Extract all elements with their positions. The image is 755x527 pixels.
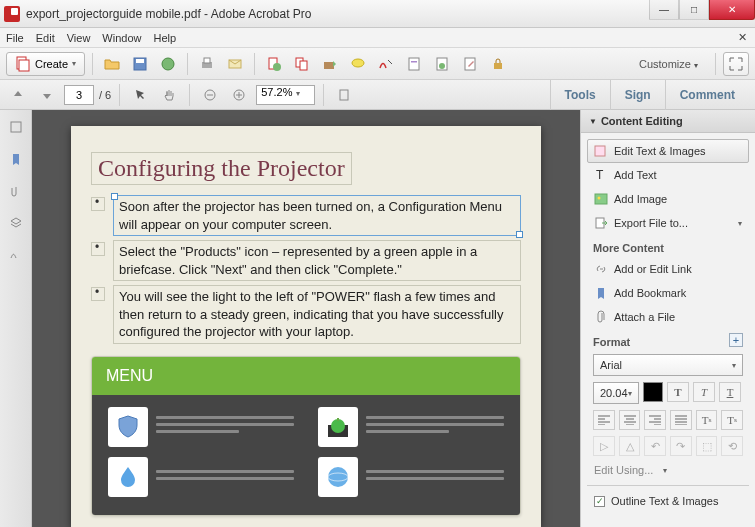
forms-button[interactable] [402, 52, 426, 76]
embedded-menu-image[interactable]: MENU [91, 356, 521, 516]
add-link-button[interactable]: Add or Edit Link [587, 257, 749, 281]
format-expand-button[interactable]: + [729, 333, 743, 347]
bookmarks-icon[interactable] [7, 150, 25, 168]
document-area[interactable]: Configuring the Projector Soon after the… [32, 110, 580, 527]
bookmark-icon [594, 286, 608, 300]
collapse-menu-icon[interactable]: ✕ [736, 31, 749, 44]
window-titlebar: export_projectorguide mobile.pdf - Adobe… [0, 0, 755, 28]
edit-using-button[interactable]: Edit Using...▾ [587, 459, 749, 481]
sign-button[interactable] [374, 52, 398, 76]
font-size-input[interactable]: 20.04▾ [593, 382, 639, 404]
svg-point-27 [328, 467, 348, 487]
flip-v-button[interactable]: △ [619, 436, 641, 456]
select-tool[interactable] [128, 83, 152, 107]
zoom-in-button[interactable] [227, 83, 251, 107]
next-page-button[interactable] [35, 83, 59, 107]
maximize-button[interactable]: □ [679, 0, 709, 20]
email-button[interactable] [223, 52, 247, 76]
expand-icon [728, 56, 744, 72]
menu-file[interactable]: File [6, 32, 24, 44]
align-justify-button[interactable] [670, 410, 692, 430]
combine-icon [294, 56, 310, 72]
attachments-icon[interactable] [7, 182, 25, 200]
underline-button[interactable]: T [719, 382, 741, 402]
panel-header-content-editing[interactable]: ▼Content Editing [581, 110, 755, 133]
tab-comment[interactable]: Comment [665, 80, 749, 110]
thumbnails-icon[interactable] [7, 118, 25, 136]
superscript-button[interactable]: Ts [696, 410, 718, 430]
font-select[interactable]: Arial▾ [593, 354, 743, 376]
close-button[interactable]: ✕ [709, 0, 755, 20]
add-bookmark-button[interactable]: Add Bookmark [587, 281, 749, 305]
rotate-ccw-button[interactable]: ↶ [644, 436, 666, 456]
menu-help[interactable]: Help [153, 32, 176, 44]
create-pdf-button[interactable] [262, 52, 286, 76]
print-button[interactable] [195, 52, 219, 76]
doc-bullet-2[interactable]: Select the "Products" icon – represented… [113, 240, 521, 281]
bold-button[interactable]: T [667, 382, 689, 402]
menu-edit[interactable]: Edit [36, 32, 55, 44]
svg-point-17 [439, 63, 445, 69]
link-icon [594, 262, 608, 276]
customize-button[interactable]: Customize ▾ [629, 58, 708, 70]
svg-rect-22 [340, 90, 348, 100]
shield-icon [108, 407, 148, 447]
zoom-select[interactable]: 57.2%▾ [256, 85, 315, 105]
menu-window[interactable]: Window [102, 32, 141, 44]
share-icon [322, 56, 338, 72]
menu-view[interactable]: View [67, 32, 91, 44]
edit-text-images-button[interactable]: Edit Text & Images [587, 139, 749, 163]
attach-file-button[interactable]: Attach a File [587, 305, 749, 329]
align-center-button[interactable] [619, 410, 641, 430]
page-number-input[interactable] [64, 85, 94, 105]
reading-mode-button[interactable] [723, 52, 749, 76]
tab-tools[interactable]: Tools [550, 80, 610, 110]
export-file-button[interactable]: Export File to... ▾ [587, 211, 749, 235]
bullet-marker[interactable] [91, 197, 105, 211]
signatures-icon[interactable] [7, 246, 25, 264]
outline-checkbox-row[interactable]: ✓ Outline Text & Images [587, 490, 749, 512]
crop-button[interactable]: ⬚ [696, 436, 718, 456]
doc-bullet-1[interactable]: Soon after the projector has been turned… [113, 195, 521, 236]
app-icon [4, 6, 20, 22]
italic-button[interactable]: T [693, 382, 715, 402]
doc-heading[interactable]: Configuring the Projector [91, 152, 352, 185]
fit-page-button[interactable] [332, 83, 356, 107]
main-toolbar: Create ▾ Customize ▾ [0, 48, 755, 80]
svg-rect-31 [595, 194, 607, 204]
bullet-marker[interactable] [91, 287, 105, 301]
doc-bullet-3[interactable]: You will see the light to the left of "P… [113, 285, 521, 344]
minimize-button[interactable]: — [649, 0, 679, 20]
signature-icon [378, 56, 394, 72]
combine-button[interactable] [290, 52, 314, 76]
minus-icon [203, 88, 217, 102]
save-web-button[interactable] [156, 52, 180, 76]
multimedia-button[interactable] [430, 52, 454, 76]
tab-sign[interactable]: Sign [610, 80, 665, 110]
zoom-out-button[interactable] [198, 83, 222, 107]
open-button[interactable] [100, 52, 124, 76]
svg-rect-14 [409, 58, 419, 70]
create-button[interactable]: Create ▾ [6, 52, 85, 76]
protect-button[interactable] [486, 52, 510, 76]
flip-h-button[interactable]: ▷ [593, 436, 615, 456]
add-image-button[interactable]: Add Image [587, 187, 749, 211]
save-button[interactable] [128, 52, 152, 76]
color-swatch[interactable] [643, 382, 663, 402]
replace-button[interactable]: ⟲ [721, 436, 743, 456]
hand-tool[interactable] [157, 83, 181, 107]
edit-icon [462, 56, 478, 72]
bullet-marker[interactable] [91, 242, 105, 256]
edit-button[interactable] [458, 52, 482, 76]
comment-button[interactable] [346, 52, 370, 76]
printer-icon [199, 56, 215, 72]
align-right-button[interactable] [644, 410, 666, 430]
rotate-cw-button[interactable]: ↷ [670, 436, 692, 456]
prev-page-button[interactable] [6, 83, 30, 107]
more-content-label: More Content [587, 239, 749, 257]
subscript-button[interactable]: Ts [721, 410, 743, 430]
align-left-button[interactable] [593, 410, 615, 430]
share-button[interactable] [318, 52, 342, 76]
layers-icon[interactable] [7, 214, 25, 232]
add-text-button[interactable]: T Add Text [587, 163, 749, 187]
